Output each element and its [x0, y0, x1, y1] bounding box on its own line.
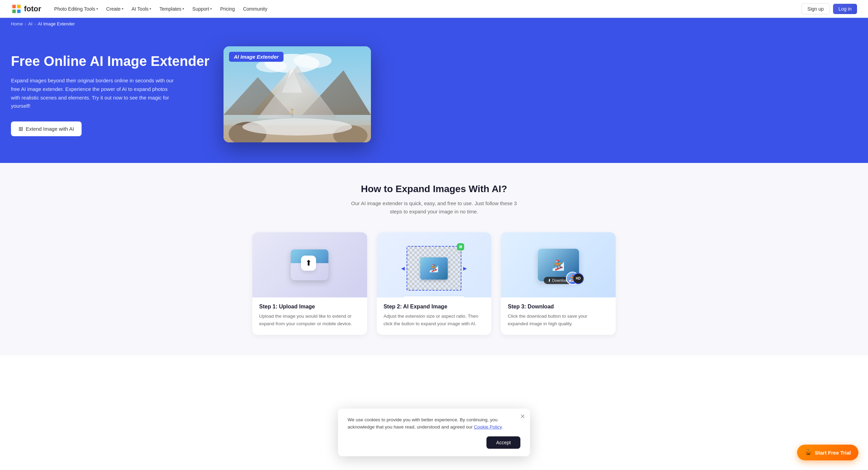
svg-point-8 [256, 60, 287, 72]
signup-button[interactable]: Sign up [801, 3, 829, 14]
nav-link-community[interactable]: Community [240, 4, 271, 14]
step-2-info: Step 2: AI Expand Image Adjust the exten… [377, 297, 492, 335]
extend-button-label: Extend Image with AI [26, 126, 74, 132]
hero-content: Free Online AI Image Extender Expand ima… [11, 52, 210, 136]
logo[interactable]: fotor [11, 3, 41, 14]
steps-grid: ⬆ Step 1: Upload Image Upload the image … [252, 232, 616, 335]
step-1-info: Step 1: Upload Image Upload the image yo… [252, 297, 367, 335]
expand-controls: Size: 800 px Custom size: 1000 px [403, 296, 465, 297]
svg-point-16 [242, 118, 352, 136]
breadcrumb-home[interactable]: Home [11, 21, 23, 26]
how-to-section: How to Expand Images With AI? Our AI ima… [0, 163, 868, 355]
step-2-illustration: 🏂 ⊞ ◀ ▶ Size: 800 px Custom size: 1000 p… [407, 246, 461, 291]
logo-text: fotor [24, 4, 41, 13]
how-to-subtitle: Our AI image extender is quick, easy, an… [345, 199, 523, 216]
step-3-card: 🏂 ⬇ Download 🏂 HD Step 3: Download Click… [501, 232, 616, 335]
chevron-down-icon: ▾ [149, 7, 151, 11]
hero-title: Free Online AI Image Extender [11, 52, 210, 70]
step-3-info: Step 3: Download Click the download butt… [501, 297, 616, 335]
arrow-left-icon: ◀ [401, 266, 405, 271]
svg-text:🧍: 🧍 [288, 108, 297, 117]
step-3-illustration: 🏂 ⬇ Download 🏂 HD [538, 249, 579, 281]
chevron-down-icon: ▾ [122, 7, 123, 11]
step-1-card: ⬆ Step 1: Upload Image Upload the image … [252, 232, 367, 335]
fotor-logo-icon [11, 3, 22, 14]
step-1-illustration: ⬆ [291, 249, 328, 280]
expand-inner-image: 🏂 [420, 257, 448, 280]
arrow-right-icon: ▶ [463, 266, 467, 271]
step-2-desc: Adjust the extension size or aspect rati… [384, 313, 485, 327]
login-button[interactable]: Log in [833, 4, 857, 14]
svg-rect-3 [12, 10, 16, 13]
step-1-visual: ⬆ [252, 232, 367, 297]
step-3-visual: 🏂 ⬇ Download 🏂 HD [501, 232, 616, 297]
step-3-title: Step 3: Download [508, 304, 609, 310]
nav-link-ai-tools[interactable]: AI Tools ▾ [128, 4, 155, 14]
breadcrumb: Home › AI › AI Image Extender [0, 18, 868, 30]
hero-description: Expand images beyond their original bord… [11, 77, 176, 110]
hd-badge: HD [573, 273, 584, 284]
hero-image: 🧍 AI Image Extender [224, 46, 371, 142]
step-1-title: Step 1: Upload Image [259, 304, 360, 310]
nav-link-create[interactable]: Create ▾ [103, 4, 127, 14]
breadcrumb-sep-2: › [35, 22, 36, 26]
svg-rect-4 [17, 10, 21, 13]
chevron-down-icon: ▾ [210, 7, 212, 11]
breadcrumb-current: AI Image Extender [38, 21, 75, 26]
svg-rect-1 [12, 5, 16, 8]
svg-point-7 [294, 53, 331, 68]
breadcrumb-ai[interactable]: AI [28, 21, 32, 26]
extend-image-button[interactable]: ⊞ Extend Image with AI [11, 121, 82, 136]
step-2-visual: 🏂 ⊞ ◀ ▶ Size: 800 px Custom size: 1000 p… [377, 232, 492, 297]
hero-image-badge: AI Image Extender [229, 52, 284, 62]
navbar: fotor Photo Editing Tools ▾ Create ▾ AI … [0, 0, 868, 18]
step-3-desc: Click the download button to save your e… [508, 313, 609, 327]
nav-link-templates[interactable]: Templates ▾ [156, 4, 188, 14]
chevron-down-icon: ▾ [96, 7, 98, 11]
extend-icon: ⊞ [19, 126, 23, 132]
nav-link-photo-editing[interactable]: Photo Editing Tools ▾ [51, 4, 101, 14]
chevron-down-icon: ▾ [182, 7, 184, 11]
nav-links: Photo Editing Tools ▾ Create ▾ AI Tools … [51, 4, 801, 14]
svg-rect-2 [17, 5, 21, 8]
hero-section: Free Online AI Image Extender Expand ima… [0, 30, 868, 163]
ai-expand-badge: ⊞ [457, 243, 464, 250]
step-1-desc: Upload the image you would like to exten… [259, 313, 360, 327]
step-2-card: 🏂 ⊞ ◀ ▶ Size: 800 px Custom size: 1000 p… [377, 232, 492, 335]
nav-link-pricing[interactable]: Pricing [217, 4, 238, 14]
upload-icon: ⬆ [301, 256, 316, 271]
breadcrumb-sep-1: › [25, 22, 26, 26]
how-to-title: How to Expand Images With AI? [11, 184, 857, 195]
download-icon: ⬇ [548, 278, 551, 283]
nav-auth: Sign up Log in [801, 3, 857, 14]
nav-link-support[interactable]: Support ▾ [189, 4, 215, 14]
step-2-title: Step 2: AI Expand Image [384, 304, 485, 310]
expand-frame: 🏂 ⊞ ◀ ▶ [407, 246, 461, 291]
